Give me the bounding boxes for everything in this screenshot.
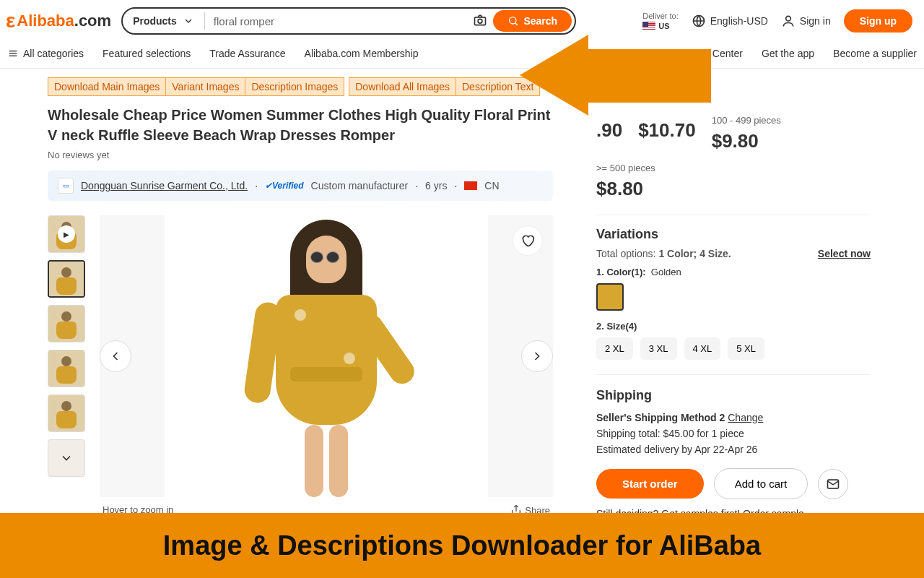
- chevron-down-icon: [59, 451, 74, 465]
- shipping-section: Shipping Seller's Shipping Method 2 Chan…: [596, 374, 871, 455]
- size-attribute: 2. Size(4): [596, 321, 871, 332]
- color-swatch-golden[interactable]: [596, 283, 624, 311]
- user-icon: [781, 14, 796, 28]
- search-category-label: Products: [133, 15, 177, 27]
- thumbnail-strip: ▶: [48, 215, 88, 516]
- product-left-column: Wholesale Cheap Price Women Summer Cloth…: [48, 100, 553, 519]
- favorite-button[interactable]: [513, 225, 543, 256]
- price-tier-4: >= 500 pieces $8.80: [596, 163, 781, 200]
- gallery-next-button[interactable]: [521, 340, 553, 372]
- nav-become-supplier[interactable]: Become a supplier: [833, 48, 917, 59]
- tier-qty: >= 500 pieces: [596, 163, 781, 173]
- thumb-4[interactable]: [48, 350, 85, 387]
- lang-label: English-USD: [710, 15, 768, 27]
- extension-toolbar: Download Main Images Variant Images Desc…: [0, 69, 924, 100]
- sub-navigation: All categories Featured selections Trade…: [0, 42, 924, 69]
- select-now-link[interactable]: Select now: [818, 248, 871, 259]
- flag-us-icon: [642, 22, 655, 30]
- ext-download-main-images[interactable]: Download Main Images: [48, 77, 165, 96]
- price-tier-2: $10.70: [638, 115, 696, 152]
- size-4xl[interactable]: 4 XL: [684, 337, 721, 360]
- price-tier-3: 100 - 499 pieces $9.80: [712, 115, 781, 152]
- chevron-right-icon: [530, 349, 544, 363]
- color-attribute: 1. Color(1): Golden: [596, 267, 871, 277]
- thumb-2[interactable]: [48, 260, 85, 298]
- tier-price: .90: [596, 119, 622, 142]
- svg-point-1: [479, 19, 483, 23]
- ext-download-all-images[interactable]: Download All Images: [349, 77, 456, 96]
- image-search-button[interactable]: [467, 13, 493, 30]
- price-tier-1: .90: [596, 115, 622, 152]
- deliver-label: Deliver to:: [642, 11, 679, 21]
- contact-supplier-button[interactable]: [818, 469, 848, 499]
- product-right-column: .90 $10.70 100 - 499 pieces $9.80 >= 500…: [596, 100, 871, 519]
- variations-section: Variations Total options: 1 Color; 4 Siz…: [596, 227, 871, 360]
- seller-type: Custom manufacturer: [311, 180, 409, 191]
- add-to-cart-button[interactable]: Add to cart: [714, 468, 808, 499]
- play-icon: ▶: [58, 225, 75, 243]
- svg-point-2: [510, 17, 516, 24]
- gallery-prev-button[interactable]: [100, 340, 131, 372]
- variations-heading: Variations: [596, 227, 871, 242]
- seller-years: 6 yrs: [425, 180, 447, 191]
- change-shipping-link[interactable]: Change: [728, 412, 763, 423]
- start-order-button[interactable]: Start order: [596, 469, 704, 499]
- price-tiers: .90 $10.70 100 - 499 pieces $9.80 >= 500…: [596, 115, 871, 215]
- sign-in-label: Sign in: [800, 15, 831, 27]
- language-currency[interactable]: English-USD: [692, 14, 768, 28]
- nav-label: All categories: [23, 48, 84, 59]
- seller-bar[interactable]: ▭ Dongguan Sunrise Garment Co., Ltd. · ✔…: [48, 171, 553, 201]
- flag-cn-icon: [464, 181, 477, 190]
- header-right: Deliver to: US English-USD Sign in Sign …: [642, 9, 912, 33]
- main-image[interactable]: [100, 215, 553, 497]
- svg-line-3: [515, 23, 518, 25]
- site-logo[interactable]: ε Alibaba.com: [6, 9, 111, 33]
- nav-get-app[interactable]: Get the app: [762, 48, 814, 59]
- search-category-dropdown[interactable]: Products: [123, 12, 205, 30]
- mail-icon: [826, 477, 840, 491]
- nav-all-categories[interactable]: All categories: [7, 48, 84, 59]
- chevron-down-icon: [183, 15, 194, 27]
- logo-text-2: .com: [74, 12, 111, 30]
- verified-badge: ✔Verified: [265, 181, 304, 191]
- nav-trade-assurance[interactable]: Trade Assurance: [209, 48, 285, 59]
- search-button[interactable]: Search: [493, 10, 572, 32]
- thumb-3[interactable]: [48, 305, 85, 342]
- variations-total: Total options: 1 Color; 4 Size.: [596, 248, 731, 259]
- nav-featured[interactable]: Featured selections: [103, 48, 191, 59]
- size-3xl[interactable]: 3 XL: [640, 337, 677, 360]
- search-button-label: Search: [523, 15, 557, 27]
- product-image-placeholder: [240, 215, 413, 497]
- seller-name[interactable]: Dongguan Sunrise Garment Co., Ltd.: [81, 180, 248, 191]
- site-header: ε Alibaba.com Products Search Deliver to…: [0, 0, 924, 42]
- ext-description-images[interactable]: Description Images: [245, 77, 344, 96]
- sign-in-link[interactable]: Sign in: [781, 14, 831, 28]
- ext-group-1: Download Main Images Variant Images Desc…: [48, 77, 344, 96]
- shipping-total: Shipping total: $45.00 for 1 piece: [596, 428, 871, 439]
- size-options: 2 XL 3 XL 4 XL 5 XL: [596, 337, 871, 360]
- ext-group-2: Download All Images Description Text: [349, 77, 540, 96]
- tier-qty: 100 - 499 pieces: [712, 115, 781, 126]
- size-2xl[interactable]: 2 XL: [596, 337, 633, 360]
- alibaba-logo-icon: ε: [6, 9, 15, 33]
- annotation-arrow: [520, 35, 711, 114]
- product-gallery: ▶: [48, 215, 553, 516]
- thumb-video[interactable]: ▶: [48, 215, 85, 253]
- ext-variant-images[interactable]: Variant Images: [165, 77, 245, 96]
- product-title: Wholesale Cheap Price Women Summer Cloth…: [48, 105, 553, 145]
- deliver-to[interactable]: Deliver to: US: [642, 11, 679, 32]
- shipping-heading: Shipping: [596, 374, 871, 403]
- svg-rect-0: [475, 17, 486, 25]
- heart-icon: [520, 233, 535, 248]
- nav-membership[interactable]: Alibaba.com Membership: [305, 48, 419, 59]
- size-5xl[interactable]: 5 XL: [728, 337, 764, 360]
- seller-logo-icon: ▭: [58, 178, 74, 194]
- sign-up-button[interactable]: Sign up: [844, 9, 912, 33]
- thumb-more[interactable]: [48, 439, 85, 477]
- main-content: Wholesale Cheap Price Women Summer Cloth…: [0, 100, 924, 519]
- search-input[interactable]: [205, 15, 468, 27]
- search-bar: Products Search: [121, 7, 576, 35]
- thumb-5[interactable]: [48, 394, 85, 432]
- svg-point-5: [786, 16, 791, 21]
- deliver-country: US: [658, 21, 669, 31]
